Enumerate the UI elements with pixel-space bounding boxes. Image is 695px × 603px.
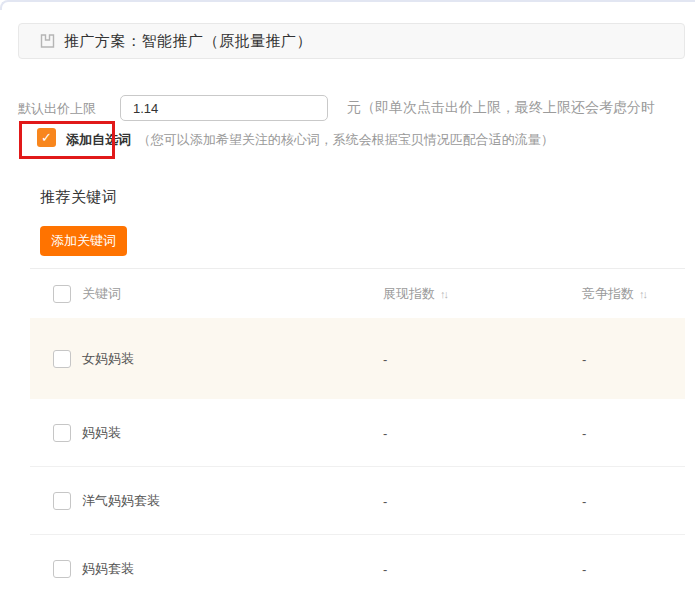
column-header-keyword: 关键词 [82, 285, 121, 303]
plan-header-bar: 推广方案：智能推广（原批量推广） [18, 23, 685, 59]
keywords-table: 关键词 展现指数 ↑↓ 竞争指数 ↑↓ 女妈妈装 - - 妈妈装 - - [30, 268, 685, 603]
keyword-cell: 妈妈套装 [82, 560, 134, 578]
custom-words-hint: （您可以添加希望关注的核心词，系统会根据宝贝情况匹配合适的流量） [138, 132, 554, 147]
row-checkbox[interactable] [53, 560, 71, 578]
table-row: 女妈妈装 - - [30, 318, 685, 399]
row-checkbox[interactable] [53, 424, 71, 442]
checkmark-icon: ✓ [41, 131, 52, 144]
impression-cell: - [383, 493, 387, 508]
plan-title: 推广方案：智能推广（原批量推广） [64, 32, 312, 51]
add-keywords-button[interactable]: 添加关键词 [40, 226, 127, 256]
table-row: 妈妈套装 - - [30, 535, 685, 603]
keyword-cell: 女妈妈装 [82, 350, 134, 368]
column-header-impression-index: 展现指数 ↑↓ [383, 285, 447, 303]
table-row: 妈妈装 - - [30, 399, 685, 467]
row-checkbox[interactable] [53, 492, 71, 510]
recommended-keywords-title: 推荐关键词 [40, 188, 118, 207]
sort-icon[interactable]: ↑↓ [440, 288, 447, 300]
competition-cell: - [582, 425, 586, 440]
column-header-competition-index: 竞争指数 ↑↓ [582, 285, 646, 303]
custom-words-checkbox[interactable]: ✓ [37, 128, 56, 147]
competition-cell: - [582, 351, 586, 366]
bid-limit-label: 默认出价上限 [18, 100, 96, 118]
custom-words-row: 添加自选词 （您可以添加希望关注的核心词，系统会根据宝贝情况匹配合适的流量） [66, 131, 554, 149]
competition-cell: - [582, 562, 586, 577]
keyword-cell: 洋气妈妈套装 [82, 492, 160, 510]
sort-icon[interactable]: ↑↓ [639, 288, 646, 300]
row-checkbox[interactable] [53, 350, 71, 368]
select-all-checkbox[interactable] [53, 285, 71, 303]
table-header-row: 关键词 展现指数 ↑↓ 竞争指数 ↑↓ [30, 268, 685, 318]
impression-cell: - [383, 562, 387, 577]
keyword-cell: 妈妈装 [82, 424, 121, 442]
bid-limit-input[interactable] [120, 95, 328, 121]
competition-cell: - [582, 493, 586, 508]
custom-words-label: 添加自选词 [66, 132, 131, 147]
impression-cell: - [383, 425, 387, 440]
panel-top-border [0, 0, 695, 10]
table-row: 洋气妈妈套装 - - [30, 467, 685, 535]
smart-promotion-panel: 推广方案：智能推广（原批量推广） 默认出价上限 元（即单次点击出价上限，最终上限… [0, 0, 695, 603]
bid-limit-hint: 元（即单次点击出价上限，最终上限还会考虑分时 [347, 99, 695, 117]
impression-cell: - [383, 351, 387, 366]
tag-icon [40, 34, 55, 48]
